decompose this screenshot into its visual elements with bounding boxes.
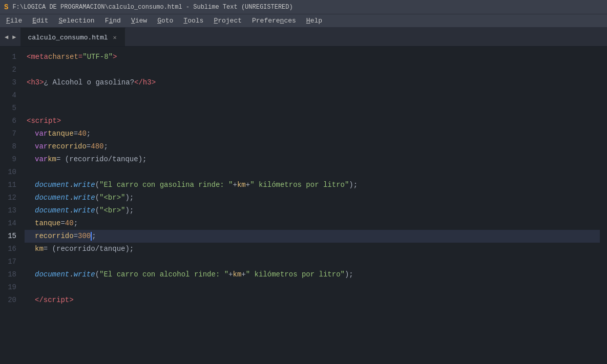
code-token: 300 <box>78 230 91 243</box>
code-token: ; <box>103 140 108 153</box>
line-num-16: 16 <box>4 243 16 255</box>
code-token: "<br>" <box>99 191 125 204</box>
code-token: document <box>35 191 69 204</box>
code-line-9: var km= (recorrido/tanque); <box>25 153 600 166</box>
code-line-6: <script> <box>25 115 600 127</box>
code-token: . <box>69 179 73 191</box>
line-num-2: 2 <box>4 63 16 76</box>
code-token: "<br>" <box>99 204 125 217</box>
code-token: </script> <box>35 294 74 307</box>
menu-file[interactable]: File <box>2 16 26 26</box>
line-num-14: 14 <box>4 217 16 230</box>
code-token: "El carro con gasolina rinde: " <box>99 179 233 191</box>
tab-nav: ◀ ▶ <box>0 32 20 42</box>
code-line-19 <box>25 281 600 294</box>
code-token: ; <box>92 230 96 243</box>
tab-calculo-consumo[interactable]: calculo_consumo.html ✕ <box>20 28 125 46</box>
line-num-17: 17 <box>4 255 16 268</box>
code-token: document <box>35 179 69 191</box>
code-line-15: recorrido=300; <box>25 230 600 243</box>
code-token: 40 <box>78 127 87 140</box>
tab-label: calculo_consumo.html <box>28 34 108 41</box>
code-token: 40 <box>65 217 74 230</box>
code-token: ); <box>345 268 353 281</box>
code-token: <script> <box>27 115 61 127</box>
code-line-2 <box>25 63 600 76</box>
code-token: + <box>228 268 233 281</box>
menu-selection[interactable]: Selection <box>54 16 98 26</box>
code-token: = <box>78 51 82 63</box>
code-token: </h3> <box>134 76 156 89</box>
code-line-5 <box>25 102 600 115</box>
tab-close-button[interactable]: ✕ <box>112 33 118 42</box>
menu-goto[interactable]: Goto <box>153 16 177 26</box>
code-token: km <box>233 268 242 281</box>
code-token: "El carro con alcohol rinde: " <box>99 268 228 281</box>
code-line-18: document.write ("El carro con alcohol ri… <box>25 268 600 281</box>
code-token: . <box>69 268 73 281</box>
code-token: var <box>35 140 48 153</box>
menu-find[interactable]: Find <box>101 16 125 26</box>
scrollbar-right[interactable] <box>600 47 607 364</box>
code-editor: 1 2 3 4 5 6 7 8 9 10 11 12 13 14 15 16 1… <box>0 47 607 364</box>
line-num-18: 18 <box>4 268 16 281</box>
menu-edit[interactable]: Edit <box>28 16 52 26</box>
menu-help[interactable]: Help <box>302 16 326 26</box>
menu-preferences[interactable]: Preferences <box>248 16 300 26</box>
code-line-1: <meta charset="UTF-8"> <box>25 51 600 63</box>
code-line-10 <box>25 166 600 179</box>
code-token: . <box>69 191 73 204</box>
menu-project[interactable]: Project <box>210 16 246 26</box>
code-token: > <box>113 51 117 63</box>
code-token: charset <box>48 51 78 63</box>
code-token: + <box>241 268 245 281</box>
code-line-7: var tanque=40; <box>25 127 600 140</box>
code-token: write <box>74 204 95 217</box>
code-token: ; <box>87 127 91 140</box>
code-line-11: document.write ("El carro con gasolina r… <box>25 179 600 191</box>
code-token: = (recorrido/tanque); <box>56 153 146 166</box>
code-token: document <box>35 204 69 217</box>
menu-tools[interactable]: Tools <box>179 16 207 26</box>
code-token: recorrido <box>35 230 74 243</box>
code-content[interactable]: <meta charset="UTF-8"> <h3>¿ Alcohol o g… <box>25 47 600 364</box>
code-line-13: document.write ("<br>"); <box>25 204 600 217</box>
code-token: ); <box>349 179 358 191</box>
code-token: = <box>74 230 78 243</box>
code-token: document <box>35 268 69 281</box>
tab-bar: ◀ ▶ calculo_consumo.html ✕ <box>0 28 607 47</box>
code-token: var <box>35 153 48 166</box>
code-token: . <box>69 204 73 217</box>
code-token: = <box>60 217 65 230</box>
code-token: tanque <box>48 127 73 140</box>
line-num-5: 5 <box>4 102 16 115</box>
line-num-9: 9 <box>4 153 16 166</box>
tab-nav-right[interactable]: ▶ <box>11 32 17 42</box>
code-line-12: document.write ("<br>"); <box>25 191 600 204</box>
line-num-13: 13 <box>4 204 16 217</box>
tab-nav-left[interactable]: ◀ <box>3 32 10 42</box>
code-line-3: <h3>¿ Alcohol o gasolina?</h3> <box>25 76 600 89</box>
code-token: + <box>246 179 250 191</box>
code-line-14: tanque=40; <box>25 217 600 230</box>
code-token: ( <box>95 191 99 204</box>
line-num-19: 19 <box>4 281 16 294</box>
window-title: F:\LOGICA DE PROGRAMACION\calculo_consum… <box>12 4 292 11</box>
line-num-12: 12 <box>4 191 16 204</box>
code-line-17 <box>25 255 600 268</box>
line-num-6: 6 <box>4 115 16 127</box>
code-token: write <box>74 191 95 204</box>
code-line-16: km= (recorrido/tanque); <box>25 243 600 255</box>
code-line-20: </script> <box>25 294 600 307</box>
code-token: ( <box>95 179 99 191</box>
code-token: ( <box>95 268 99 281</box>
menu-view[interactable]: View <box>127 16 151 26</box>
code-token: ¿ Alcohol o gasolina? <box>44 76 134 89</box>
line-num-7: 7 <box>4 127 16 140</box>
code-token: recorrido <box>48 140 87 153</box>
code-token: ); <box>125 204 134 217</box>
code-token: km <box>35 243 44 255</box>
code-token: = (recorrido/tanque); <box>44 243 134 255</box>
title-bar: S F:\LOGICA DE PROGRAMACION\calculo_cons… <box>0 0 607 14</box>
line-num-20: 20 <box>4 294 16 307</box>
